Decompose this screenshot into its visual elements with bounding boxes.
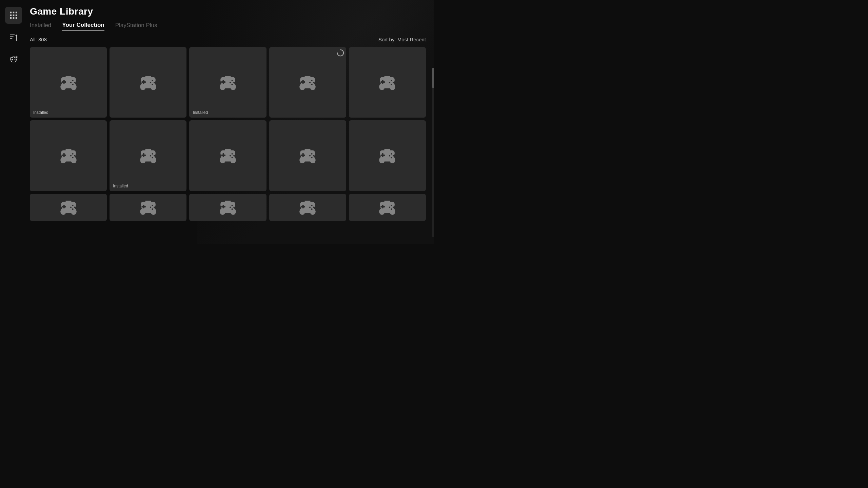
svg-point-134 bbox=[390, 208, 395, 215]
svg-point-77 bbox=[220, 157, 225, 163]
sidebar-icon-sort[interactable] bbox=[5, 29, 22, 46]
svg-point-75 bbox=[150, 155, 151, 156]
game-card[interactable] bbox=[30, 194, 107, 221]
svg-rect-4 bbox=[13, 15, 15, 16]
svg-rect-32 bbox=[141, 81, 146, 83]
game-count: All: 308 bbox=[30, 37, 47, 42]
svg-point-97 bbox=[391, 153, 392, 155]
svg-point-83 bbox=[230, 155, 231, 156]
tab-playstation-plus[interactable]: PlayStation Plus bbox=[115, 22, 157, 30]
svg-point-101 bbox=[60, 208, 66, 215]
svg-point-76 bbox=[152, 157, 153, 158]
svg-rect-0 bbox=[10, 12, 12, 14]
loading-spinner-icon bbox=[337, 49, 344, 57]
svg-point-113 bbox=[152, 205, 153, 206]
svg-rect-80 bbox=[221, 155, 225, 156]
svg-rect-2 bbox=[16, 12, 17, 14]
app-layout: Game Library Installed Your Collection P… bbox=[0, 0, 434, 244]
tab-installed[interactable]: Installed bbox=[30, 22, 51, 30]
game-card[interactable] bbox=[349, 47, 426, 118]
controller-icon bbox=[136, 73, 160, 93]
game-card[interactable] bbox=[110, 194, 186, 221]
game-card[interactable] bbox=[269, 194, 346, 221]
scrollbar[interactable] bbox=[432, 68, 434, 237]
svg-point-68 bbox=[72, 157, 73, 158]
svg-point-37 bbox=[220, 83, 225, 90]
svg-point-117 bbox=[220, 208, 225, 215]
svg-point-45 bbox=[299, 83, 305, 90]
svg-rect-11 bbox=[10, 38, 13, 39]
svg-point-29 bbox=[140, 83, 146, 90]
svg-point-21 bbox=[60, 83, 66, 90]
svg-point-100 bbox=[391, 157, 392, 158]
svg-point-131 bbox=[309, 207, 311, 208]
svg-point-58 bbox=[393, 82, 394, 83]
controller-icon bbox=[296, 146, 319, 166]
card-status-label: Installed bbox=[33, 110, 48, 115]
scrollbar-thumb[interactable] bbox=[432, 68, 434, 88]
svg-rect-40 bbox=[221, 81, 225, 83]
svg-point-122 bbox=[233, 207, 235, 208]
game-card[interactable] bbox=[110, 47, 186, 118]
svg-point-91 bbox=[309, 155, 311, 156]
svg-point-109 bbox=[140, 208, 146, 215]
controller-svg bbox=[296, 146, 319, 164]
svg-point-89 bbox=[311, 153, 313, 155]
game-card[interactable] bbox=[30, 120, 107, 191]
controller-svg bbox=[216, 146, 240, 164]
game-card[interactable]: Installed bbox=[189, 47, 266, 118]
svg-point-93 bbox=[379, 157, 385, 163]
svg-point-17 bbox=[15, 60, 16, 60]
game-card[interactable]: Installed bbox=[110, 120, 186, 191]
svg-point-115 bbox=[150, 207, 151, 208]
svg-point-116 bbox=[152, 208, 153, 210]
controller-svg bbox=[136, 197, 160, 216]
controller-svg bbox=[57, 197, 80, 216]
svg-rect-48 bbox=[301, 81, 305, 83]
svg-point-73 bbox=[152, 153, 153, 155]
sidebar-icon-add[interactable] bbox=[5, 52, 22, 68]
svg-point-125 bbox=[299, 208, 305, 215]
game-card[interactable]: Installed bbox=[30, 47, 107, 118]
sidebar bbox=[0, 0, 27, 244]
game-card[interactable] bbox=[189, 194, 266, 221]
controller-svg bbox=[375, 73, 399, 91]
svg-rect-8 bbox=[16, 17, 17, 19]
svg-point-102 bbox=[71, 208, 77, 215]
svg-point-62 bbox=[71, 157, 77, 163]
svg-point-52 bbox=[311, 84, 313, 85]
svg-point-106 bbox=[74, 207, 75, 208]
svg-rect-96 bbox=[381, 155, 385, 156]
svg-point-94 bbox=[390, 157, 395, 163]
game-card[interactable] bbox=[349, 194, 426, 221]
svg-point-54 bbox=[390, 83, 395, 90]
add-game-icon bbox=[9, 55, 18, 65]
svg-rect-136 bbox=[381, 206, 385, 207]
game-card[interactable] bbox=[269, 47, 346, 118]
svg-point-114 bbox=[154, 207, 155, 208]
sidebar-icon-grid[interactable] bbox=[5, 7, 22, 24]
svg-rect-72 bbox=[141, 155, 146, 156]
svg-point-66 bbox=[74, 155, 75, 156]
svg-point-33 bbox=[152, 80, 153, 81]
svg-point-53 bbox=[379, 83, 385, 90]
svg-point-126 bbox=[310, 208, 316, 215]
svg-point-99 bbox=[389, 155, 390, 156]
tab-your-collection[interactable]: Your Collection bbox=[62, 22, 104, 30]
svg-point-69 bbox=[140, 157, 146, 163]
svg-point-49 bbox=[311, 80, 313, 81]
game-card[interactable] bbox=[349, 120, 426, 191]
svg-point-108 bbox=[72, 208, 73, 210]
svg-point-38 bbox=[230, 83, 236, 90]
svg-point-137 bbox=[391, 205, 392, 206]
game-card[interactable] bbox=[189, 120, 266, 191]
svg-rect-7 bbox=[13, 17, 15, 19]
game-card[interactable] bbox=[269, 120, 346, 191]
main-content: Game Library Installed Your Collection P… bbox=[27, 0, 434, 244]
sort-selector[interactable]: Sort by: Most Recent bbox=[378, 37, 426, 42]
svg-point-60 bbox=[391, 84, 392, 85]
controller-icon bbox=[375, 73, 399, 93]
controller-svg bbox=[375, 197, 399, 216]
svg-rect-112 bbox=[141, 206, 146, 207]
svg-rect-13 bbox=[16, 36, 17, 41]
